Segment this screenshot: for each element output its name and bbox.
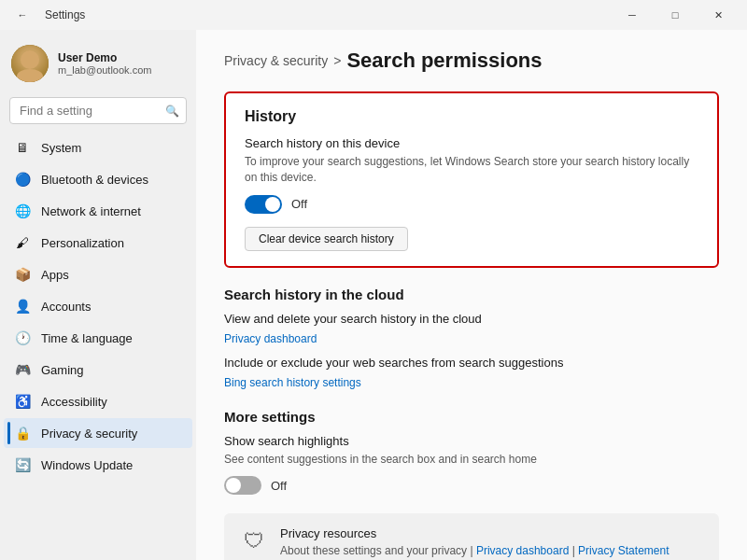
search-history-label: Search history on this device [245,136,698,150]
network-icon: 🌐 [15,203,30,218]
system-icon: 🖥 [15,140,30,155]
clear-history-button[interactable]: Clear device search history [245,227,408,251]
privacy-icon: 🔒 [15,426,30,441]
history-toggle[interactable] [245,195,282,214]
cloud-section: Search history in the cloud View and del… [224,287,719,390]
footer-statement-link[interactable]: Privacy Statement [578,544,669,557]
highlights-toggle[interactable] [224,476,261,495]
privacy-footer-content: Privacy resources About these settings a… [280,526,669,557]
toggle-track-highlights [224,476,261,495]
breadcrumb-parent: Privacy & security [224,53,328,68]
view-cloud-label: View and delete your search history in t… [224,312,719,326]
time-icon: 🕐 [15,330,30,345]
nav-apps[interactable]: 📦 Apps [4,259,192,289]
close-button[interactable]: ✕ [697,0,740,30]
cloud-bing-item: Include or exclude your web searches fro… [224,356,719,390]
nav-accounts[interactable]: 👤 Accounts [4,291,192,321]
app-container: User Demo m_lab@outlook.com 🔍 🖥 System 🔵… [0,30,747,560]
user-section: User Demo m_lab@outlook.com [0,30,196,93]
app-title: Settings [45,8,85,21]
more-section: More settings Show search highlights See… [224,409,719,496]
user-email: m_lab@outlook.com [58,64,185,76]
footer-dashboard-link[interactable]: Privacy dashboard [476,544,569,557]
shield-icon: 🛡 [239,526,269,556]
highlights-label: Show search highlights [224,434,719,448]
search-box: 🔍 [9,97,187,124]
nav-accessibility[interactable]: ♿ Accessibility [4,386,192,416]
title-bar: ← Settings ─ □ ✕ [0,0,747,30]
nav-personalization[interactable]: 🖌 Personalization [4,228,192,258]
nav-privacy[interactable]: 🔒 Privacy & security [4,418,192,448]
toggle-thumb-highlights [226,478,241,493]
toggle-row-history: Off [245,195,698,214]
history-toggle-label: Off [291,197,307,211]
toggle-track-history [245,195,282,214]
bing-history-link[interactable]: Bing search history settings [224,376,361,389]
user-name: User Demo [58,51,185,64]
breadcrumb-current: Search permissions [346,49,542,73]
highlights-toggle-label: Off [271,479,287,493]
search-history-desc: To improve your search suggestions, let … [245,154,698,186]
avatar [11,45,49,82]
sidebar: User Demo m_lab@outlook.com 🔍 🖥 System 🔵… [0,30,196,560]
nav-bluetooth[interactable]: 🔵 Bluetooth & devices [4,164,192,194]
gaming-icon: 🎮 [15,362,30,377]
main-content: Privacy & security > Search permissions … [196,30,747,560]
bluetooth-icon: 🔵 [15,172,30,187]
search-input[interactable] [9,97,187,124]
toggle-row-highlights: Off [224,476,719,495]
privacy-footer: 🛡 Privacy resources About these settings… [224,513,719,560]
search-icon: 🔍 [165,105,179,118]
privacy-footer-links: About these settings and your privacy | … [280,544,669,557]
minimize-button[interactable]: ─ [611,0,654,30]
nav-time[interactable]: 🕐 Time & language [4,323,192,353]
breadcrumb: Privacy & security > Search permissions [224,49,719,73]
personalization-icon: 🖌 [15,235,30,250]
history-section: History Search history on this device To… [224,91,719,268]
more-settings-title: More settings [224,409,719,425]
cloud-view-item: View and delete your search history in t… [224,312,719,346]
update-icon: 🔄 [15,457,30,472]
highlights-desc: See content suggestions in the search bo… [224,452,719,468]
privacy-dashboard-link[interactable]: Privacy dashboard [224,332,317,345]
breadcrumb-separator: > [333,53,341,68]
cloud-section-title: Search history in the cloud [224,287,719,302]
nav-gaming[interactable]: 🎮 Gaming [4,355,192,385]
title-bar-controls: ─ □ ✕ [611,0,740,30]
history-title: History [245,108,698,125]
about-settings-text: About these settings and your privacy [280,544,467,557]
accounts-icon: 👤 [15,299,30,314]
title-bar-left: ← Settings [7,0,85,30]
nav-system[interactable]: 🖥 System [4,133,192,162]
back-button[interactable]: ← [7,0,37,30]
include-searches-label: Include or exclude your web searches fro… [224,356,719,370]
user-info: User Demo m_lab@outlook.com [58,51,185,76]
restore-button[interactable]: □ [654,0,697,30]
accessibility-icon: ♿ [15,394,30,409]
toggle-thumb-history [265,197,280,212]
nav-network[interactable]: 🌐 Network & internet [4,196,192,226]
apps-icon: 📦 [15,267,30,282]
nav-update[interactable]: 🔄 Windows Update [4,450,192,480]
privacy-resources-title: Privacy resources [280,526,669,540]
